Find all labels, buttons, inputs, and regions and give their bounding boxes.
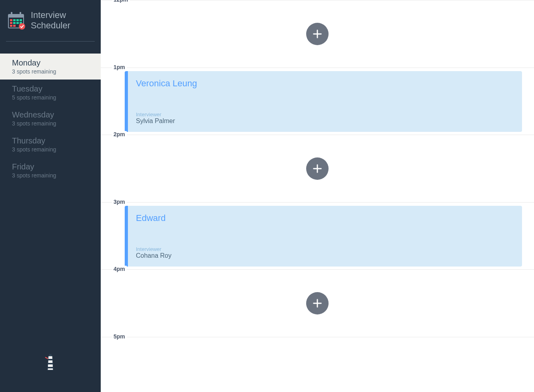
day-name: Wednesday: [12, 110, 89, 119]
day-spots: 3 spots remaining: [12, 68, 89, 75]
svg-rect-15: [48, 359, 52, 360]
day-name: Friday: [12, 162, 89, 171]
sidebar-header: Interview Scheduler: [0, 0, 101, 37]
sidebar-footer: [0, 342, 101, 392]
time-label: 4pm: [112, 266, 127, 272]
day-item-tuesday[interactable]: Tuesday5 spots remaining: [0, 80, 101, 105]
student-name: Veronica Leung: [136, 78, 514, 89]
svg-rect-8: [10, 22, 12, 24]
day-spots: 3 spots remaining: [12, 146, 89, 153]
svg-rect-4: [10, 19, 12, 21]
svg-point-14: [19, 23, 25, 30]
interviewer-name: Sylvia Palmer: [136, 117, 514, 125]
add-appointment-button[interactable]: [306, 292, 329, 314]
svg-rect-7: [20, 19, 22, 21]
svg-rect-1: [8, 14, 24, 18]
svg-rect-10: [16, 22, 19, 24]
schedule: 12pm1pmVeronica LeungInterviewerSylvia P…: [101, 0, 534, 392]
time-slot: 4pm: [101, 269, 534, 337]
svg-rect-2: [11, 12, 12, 15]
time-slot: 1pmVeronica LeungInterviewerSylvia Palme…: [101, 68, 534, 135]
svg-rect-16: [48, 363, 53, 364]
day-item-friday[interactable]: Friday3 spots remaining: [0, 157, 101, 183]
plus-icon: [312, 28, 323, 40]
appointment-empty: [101, 270, 534, 337]
day-item-thursday[interactable]: Thursday3 spots remaining: [0, 131, 101, 157]
time-label: 5pm: [112, 333, 127, 340]
add-appointment-button[interactable]: [306, 157, 329, 180]
app-title: Interview Scheduler: [31, 10, 95, 31]
time-label: 1pm: [112, 64, 127, 70]
svg-rect-17: [48, 367, 53, 368]
day-item-monday[interactable]: Monday3 spots remaining: [0, 54, 101, 80]
time-slot: 12pm: [101, 0, 534, 68]
interviewer-label: Interviewer: [136, 111, 514, 117]
day-spots: 3 spots remaining: [12, 120, 89, 127]
day-name: Thursday: [12, 136, 89, 145]
svg-rect-3: [20, 12, 21, 15]
plus-icon: [312, 163, 323, 174]
svg-rect-18: [49, 354, 52, 356]
svg-rect-5: [13, 19, 16, 21]
interviewer-label: Interviewer: [136, 246, 514, 252]
student-name: Edward: [136, 213, 514, 223]
day-list: Monday3 spots remainingTuesday5 spots re…: [0, 54, 101, 183]
sidebar-divider: [6, 41, 95, 42]
time-label: 3pm: [112, 199, 127, 205]
interviewer-section: InterviewerSylvia Palmer: [136, 111, 514, 125]
appointment-card[interactable]: Veronica LeungInterviewerSylvia Palmer: [125, 71, 522, 132]
time-label: 2pm: [112, 131, 127, 137]
interviewer-section: InterviewerCohana Roy: [136, 246, 514, 259]
day-spots: 3 spots remaining: [12, 172, 89, 179]
day-item-wednesday[interactable]: Wednesday3 spots remaining: [0, 105, 101, 131]
calendar-logo-icon: [6, 10, 26, 30]
time-slot: 2pm: [101, 135, 534, 202]
day-name: Tuesday: [12, 84, 89, 94]
appointment-empty: [101, 0, 534, 68]
svg-rect-9: [13, 22, 16, 24]
time-slot-end: 5pm: [101, 337, 534, 377]
appointment-empty: [101, 135, 534, 202]
day-name: Monday: [12, 58, 89, 68]
interviewer-name: Cohana Roy: [136, 252, 514, 259]
day-spots: 5 spots remaining: [12, 94, 89, 101]
add-appointment-button[interactable]: [306, 23, 329, 45]
plus-icon: [312, 298, 323, 309]
svg-rect-13: [13, 25, 16, 27]
time-slot: 3pmEdwardInterviewerCohana Roy: [101, 202, 534, 269]
lighthouse-icon: [44, 354, 56, 372]
svg-rect-12: [10, 25, 12, 27]
svg-rect-6: [16, 19, 19, 21]
sidebar: Interview Scheduler Monday3 spots remain…: [0, 0, 101, 392]
appointment-card[interactable]: EdwardInterviewerCohana Roy: [125, 206, 522, 267]
time-label: 12pm: [112, 0, 130, 3]
